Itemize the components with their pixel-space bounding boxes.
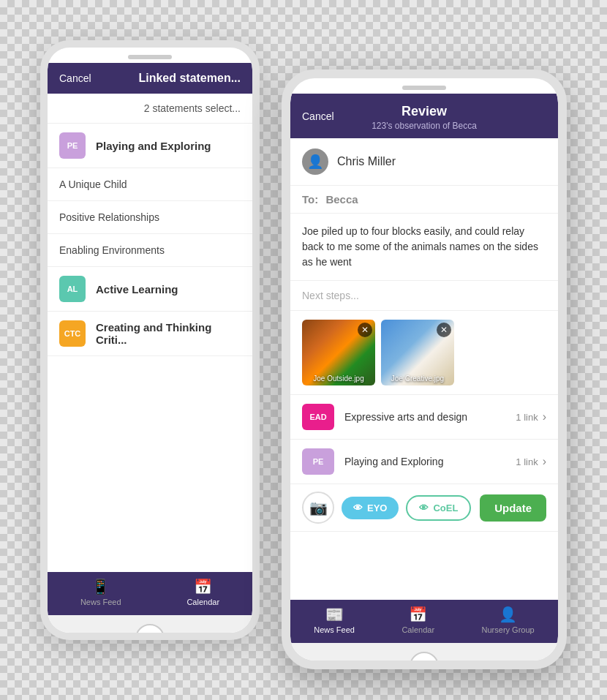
- badge-al: AL: [59, 276, 86, 302]
- left-title: Linked statemen...: [138, 72, 241, 85]
- ead-chevron-icon: ›: [543, 410, 546, 424]
- category-ctc[interactable]: CTC Creating and Thinking Criti...: [48, 312, 252, 356]
- calendar-icon: 📅: [194, 578, 212, 595]
- right-calendar-label: Calendar: [401, 625, 434, 634]
- camera-icon: 📷: [309, 499, 328, 516]
- category-al-label: Active Learning: [96, 283, 178, 296]
- pe-chevron-icon: ›: [543, 455, 546, 468]
- action-row: 📷 👁 EYO 👁 CoEL Update: [290, 484, 558, 532]
- nav-calendar[interactable]: 📅 Calendar: [186, 578, 219, 606]
- photo-close-creative[interactable]: ✕: [437, 323, 451, 337]
- right-home-button[interactable]: [410, 652, 439, 661]
- coel-label: CoEL: [433, 503, 458, 513]
- to-row: To: Becca: [290, 186, 558, 214]
- to-label: To:: [302, 193, 318, 206]
- update-button[interactable]: Update: [480, 494, 546, 522]
- photo-label-outside: Joe Outside.jpg: [302, 375, 375, 383]
- badge-ctc: CTC: [59, 320, 86, 347]
- eye-icon: 👁: [353, 503, 363, 513]
- author-name: Chris Miller: [337, 155, 396, 168]
- eyo-label: EYO: [367, 503, 387, 513]
- photo-label-creative: Joe Creative.jpg: [381, 375, 454, 383]
- left-bottom-nav: 📱 News Feed 📅 Calendar: [48, 572, 252, 615]
- badge-ead: EAD: [302, 404, 334, 430]
- category-pe[interactable]: PE Playing and Exploring: [48, 124, 252, 168]
- ead-label: Expressive arts and design: [344, 411, 516, 423]
- right-title: Review: [302, 104, 546, 119]
- left-list: PE Playing and Exploring A Unique Child …: [48, 124, 252, 572]
- category-ctc-label: Creating and Thinking Criti...: [96, 321, 241, 346]
- ead-link-count: 1 link: [516, 412, 538, 423]
- left-phone-speaker: [128, 55, 172, 59]
- right-phone: Cancel Review 123's observation of Becca…: [282, 69, 567, 669]
- eyo-button[interactable]: 👁 EYO: [342, 497, 399, 519]
- category-al[interactable]: AL Active Learning: [48, 267, 252, 312]
- left-subheader: 2 statements select...: [48, 94, 252, 124]
- calendar-label: Calendar: [186, 598, 219, 606]
- linked-row-ead[interactable]: EAD Expressive arts and design 1 link ›: [290, 395, 558, 440]
- nursery-group-icon: 👤: [499, 606, 517, 623]
- badge-pe-right: PE: [302, 448, 334, 475]
- right-cancel-button[interactable]: Cancel: [302, 110, 334, 122]
- coel-eye-icon: 👁: [419, 503, 429, 513]
- pe-right-label: Playing and Exploring: [344, 456, 516, 467]
- nav-news-feed[interactable]: 📱 News Feed: [80, 578, 121, 606]
- right-news-feed-icon: 📰: [325, 606, 344, 623]
- right-phone-speaker: [402, 86, 446, 90]
- photo-close-outside[interactable]: ✕: [358, 323, 372, 337]
- left-home-btn-wrap: [48, 615, 252, 633]
- linked-row-pe[interactable]: PE Playing and Exploring 1 link ›: [290, 440, 558, 484]
- sub-item-enabling-environments[interactable]: Enabling Environments: [48, 234, 252, 267]
- sub-item-unique-child[interactable]: A Unique Child: [48, 168, 252, 201]
- right-subtitle: 123's observation of Becca: [302, 121, 546, 131]
- author-avatar: 👤: [302, 148, 328, 175]
- left-phone: Cancel Linked statemen... 2 statements s…: [40, 40, 260, 640]
- right-news-feed-label: News Feed: [314, 625, 355, 634]
- news-feed-icon: 📱: [91, 578, 110, 595]
- nursery-group-label: Nursery Group: [482, 625, 535, 634]
- photo-joe-outside: ✕ Joe Outside.jpg: [302, 320, 375, 385]
- coel-button[interactable]: 👁 CoEL: [406, 495, 471, 521]
- right-calendar-icon: 📅: [409, 606, 427, 623]
- right-home-btn-wrap: [290, 643, 558, 661]
- to-value: Becca: [325, 193, 358, 206]
- left-cancel-button[interactable]: Cancel: [59, 72, 91, 84]
- news-feed-label: News Feed: [80, 598, 121, 606]
- right-content: 👤 Chris Miller To: Becca Joe piled up to…: [290, 138, 558, 600]
- camera-button[interactable]: 📷: [302, 492, 334, 524]
- next-steps-field[interactable]: Next steps...: [290, 281, 558, 311]
- author-row: 👤 Chris Miller: [290, 138, 558, 186]
- pe-link-count: 1 link: [516, 456, 538, 467]
- nav-right-calendar[interactable]: 📅 Calendar: [401, 606, 434, 634]
- right-bottom-nav: 📰 News Feed 📅 Calendar 👤 Nursery Group: [290, 600, 558, 643]
- right-header: Cancel Review 123's observation of Becca: [290, 94, 558, 138]
- badge-pe: PE: [59, 132, 86, 159]
- photos-row: ✕ Joe Outside.jpg ✕ Joe Creative.jpg: [290, 311, 558, 395]
- sub-item-positive-relationships[interactable]: Positive Relationships: [48, 201, 252, 234]
- photo-joe-creative: ✕ Joe Creative.jpg: [381, 320, 454, 385]
- category-pe-label: Playing and Exploring: [96, 140, 211, 152]
- nav-nursery-group[interactable]: 👤 Nursery Group: [482, 606, 535, 634]
- nav-right-news-feed[interactable]: 📰 News Feed: [314, 606, 355, 634]
- left-header: Cancel Linked statemen...: [48, 63, 252, 94]
- observation-text[interactable]: Joe piled up to four blocks easily, and …: [290, 214, 558, 281]
- left-home-button[interactable]: [135, 624, 165, 633]
